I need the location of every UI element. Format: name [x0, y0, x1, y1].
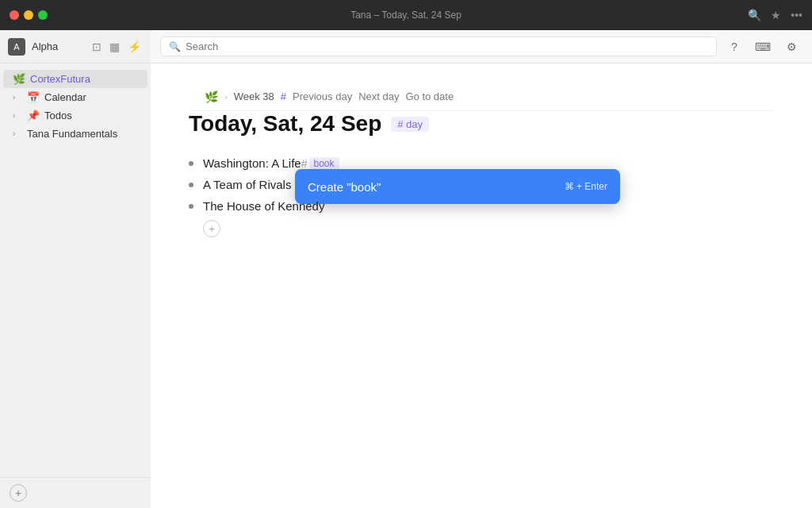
- workspace-icon: A: [8, 38, 25, 56]
- sidebar-item-cortex[interactable]: 🌿 CortexFutura: [3, 70, 147, 88]
- todos-icon: 📌: [27, 110, 40, 121]
- sidebar-item-calendar[interactable]: › 📅 Calendar: [3, 88, 147, 106]
- calendar-icon: 📅: [27, 91, 40, 103]
- search-icon: 🔍: [169, 41, 181, 52]
- bullet-text[interactable]: The House of Kennedy: [203, 199, 324, 213]
- bolt-icon[interactable]: ⚡: [126, 39, 143, 55]
- search-input[interactable]: [186, 40, 708, 52]
- app-body: A Alpha ⊡ ▦ ⚡ 🌿 CortexFutura › 📅 Calenda…: [0, 30, 812, 508]
- maximize-button[interactable]: [38, 10, 48, 20]
- sidebar-item-tana-fundamentals[interactable]: › Tana Fundamentals: [3, 125, 147, 143]
- bullet-text[interactable]: Washington: A Life#book: [203, 156, 339, 170]
- titlebar: Tana – Today, Sat, 24 Sep 🔍 ★ •••: [0, 0, 812, 30]
- breadcrumb-hash[interactable]: #: [281, 90, 286, 102]
- calendar-view-icon[interactable]: ▦: [108, 39, 121, 55]
- page-title: Today, Sat, 24 Sep: [189, 111, 381, 137]
- day-tag[interactable]: # day: [391, 117, 429, 132]
- bullet-text-content: A Team of Rivals: [203, 178, 291, 191]
- breadcrumb-week[interactable]: Week 38: [234, 90, 274, 102]
- bullet-dot: [189, 183, 193, 187]
- shortcut-text: ⌘ + Enter: [565, 181, 607, 192]
- breadcrumb-home-icon[interactable]: 🌿: [205, 90, 218, 103]
- traffic-lights: [10, 10, 48, 20]
- hash-symbol: #: [301, 157, 308, 170]
- settings-button[interactable]: ⚙: [780, 36, 802, 58]
- list-item: A Team of Rivals Create "book" ⌘ + Enter: [189, 174, 774, 195]
- main-content: 🌿 › Week 38 # Previous day Next day Go t…: [151, 64, 812, 508]
- window-title: Tana – Today, Sat, 24 Sep: [350, 10, 462, 21]
- minimize-button[interactable]: [24, 10, 33, 20]
- breadcrumb-chevron: ›: [224, 92, 228, 102]
- titlebar-actions: 🔍 ★ •••: [748, 9, 802, 21]
- content-outer: 🔍 ? ⌨ ⚙ 🌿 › Week 38 # Previous day Next …: [151, 30, 812, 508]
- cortex-icon: 🌿: [13, 73, 25, 85]
- toolbar: 🔍 ? ⌨ ⚙: [151, 30, 812, 64]
- bullet-text-content: The House of Kennedy: [203, 199, 324, 213]
- page-title-row: Today, Sat, 24 Sep # day: [189, 111, 774, 137]
- close-button[interactable]: [10, 10, 19, 20]
- keyboard-button[interactable]: ⌨: [752, 36, 774, 58]
- prev-day-link[interactable]: Previous day: [293, 90, 352, 102]
- bullet-dot: [189, 161, 193, 166]
- book-tag[interactable]: book: [309, 157, 339, 170]
- search-bar[interactable]: 🔍: [160, 37, 717, 56]
- bullet-text[interactable]: A Team of Rivals: [203, 178, 291, 191]
- chevron-icon-todos: ›: [13, 111, 22, 120]
- create-dropdown-label: Create "book": [308, 180, 381, 194]
- help-button[interactable]: ?: [723, 36, 745, 58]
- list-item: The House of Kennedy: [189, 195, 774, 217]
- sidebar-item-todos[interactable]: › 📌 Todos: [3, 106, 147, 125]
- workspace-name: Alpha: [32, 40, 84, 52]
- sidebar-item-label-tana: Tana Fundamentals: [27, 128, 117, 140]
- breadcrumb-nav: Previous day Next day Go to date: [293, 90, 454, 102]
- bullet-dot: [189, 204, 193, 209]
- create-dropdown-shortcut: ⌘ + Enter: [565, 181, 607, 192]
- sidebar: A Alpha ⊡ ▦ ⚡ 🌿 CortexFutura › 📅 Calenda…: [0, 30, 151, 508]
- sidebar-topbar-icons: ⊡ ▦ ⚡: [90, 39, 143, 55]
- zoom-icon[interactable]: 🔍: [748, 9, 761, 21]
- sidebar-bottom: +: [0, 477, 151, 508]
- add-node-button[interactable]: +: [203, 220, 220, 237]
- star-icon[interactable]: ★: [771, 9, 781, 21]
- sidebar-item-label-todos: Todos: [44, 110, 72, 121]
- bullet-list: Washington: A Life#book A Team of Rivals…: [189, 152, 774, 217]
- sidebar-add-button[interactable]: +: [10, 484, 27, 502]
- bullet-text-content: Washington: A Life: [203, 156, 301, 170]
- chevron-icon-tana: ›: [13, 129, 22, 138]
- sidebar-topbar: A Alpha ⊡ ▦ ⚡: [0, 30, 151, 64]
- sidebar-toggle-icon[interactable]: ⊡: [90, 39, 103, 55]
- sidebar-item-label-calendar: Calendar: [44, 91, 86, 103]
- chevron-icon: ›: [13, 93, 22, 102]
- go-to-date-link[interactable]: Go to date: [405, 90, 454, 102]
- sidebar-nav: 🌿 CortexFutura › 📅 Calendar › 📌 Todos › …: [0, 64, 151, 477]
- more-icon[interactable]: •••: [791, 9, 802, 21]
- breadcrumb: 🌿 › Week 38 # Previous day Next day Go t…: [189, 83, 774, 111]
- next-day-link[interactable]: Next day: [358, 90, 399, 102]
- sidebar-item-label-cortex: CortexFutura: [30, 73, 90, 85]
